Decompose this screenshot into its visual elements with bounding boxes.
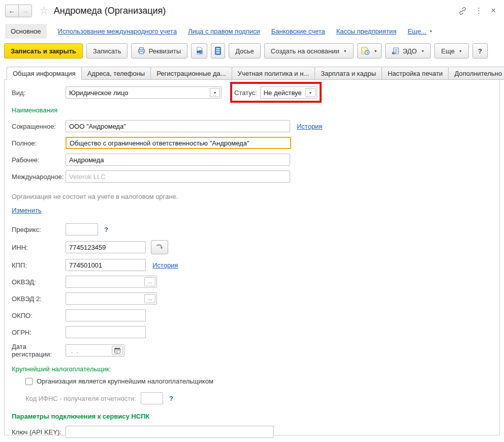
registration-date-label: Дата регистрации: <box>12 343 66 358</box>
requisites-label: Реквизиты <box>148 47 181 55</box>
command-toolbar: Записать и закрыть Записать Реквизиты <box>0 41 504 61</box>
ogrn-label: ОГРН: <box>12 329 66 336</box>
tab-print-settings[interactable]: Настройка печати <box>382 67 449 80</box>
more-menu-icon[interactable]: ⋮ <box>475 6 483 15</box>
kpp-label: КПП: <box>12 261 66 269</box>
largest-taxpayer-checkbox-label[interactable]: Организация является крупнейшим налогопл… <box>37 377 213 385</box>
nav-item-bank-accounts[interactable]: Банковские счета <box>271 27 325 35</box>
page-title: Андромеда (Организация) <box>54 6 166 16</box>
create-based-on-button[interactable]: Создать на основании ▼ <box>264 43 354 58</box>
short-name-label: Сокращенное: <box>12 123 66 130</box>
save-and-close-label: Записать и закрыть <box>11 47 76 55</box>
working-name-label: Рабочее: <box>12 156 66 164</box>
okved-input[interactable] <box>66 276 143 287</box>
requisites-button[interactable]: Реквизиты <box>131 43 187 58</box>
edo-button[interactable]: ЭДО ▼ <box>385 43 431 58</box>
kind-label: Вид: <box>12 89 66 97</box>
fill-by-inn-button[interactable] <box>151 240 168 254</box>
chevron-down-icon: ▼ <box>343 49 347 53</box>
kind-dropdown-button[interactable]: ▼ <box>210 88 220 97</box>
tab-accounting-policy[interactable]: Учетная политика и н... <box>232 67 316 80</box>
ifns-code-help-icon[interactable]: ? <box>169 395 173 402</box>
curved-arrow-icon <box>155 244 164 251</box>
edo-exchange-icon <box>392 47 400 55</box>
ogrn-input[interactable] <box>66 326 146 338</box>
okved2-input[interactable] <box>66 293 143 304</box>
help-button[interactable]: ? <box>472 43 488 58</box>
calendar-button[interactable] <box>112 346 123 355</box>
tab-payroll-hr[interactable]: Зарплата и кадры <box>314 67 382 80</box>
nav-item-international-accounting[interactable]: Использование международного учета <box>58 27 177 35</box>
change-tax-registration-link[interactable]: Изменить <box>12 207 42 214</box>
file-import-icon <box>195 47 203 55</box>
okved-choose-button[interactable]: ... <box>144 277 155 286</box>
tab-registration-data[interactable]: Регистрационные да... <box>150 67 232 80</box>
edo-label: ЭДО <box>403 47 417 55</box>
forward-button[interactable]: → <box>18 5 32 17</box>
prefix-label: Префикс: <box>12 226 66 233</box>
prefix-input[interactable] <box>66 223 98 235</box>
favorite-star-icon[interactable]: ☆ <box>39 5 49 17</box>
chevron-down-icon: ▼ <box>308 91 312 95</box>
nav-item-main[interactable]: Основное <box>5 24 47 39</box>
tab-addresses[interactable]: Адреса, телефоны <box>81 67 151 80</box>
organization-card-window: ← → ☆ Андромеда (Организация) ⋮ × Основн… <box>0 0 504 442</box>
okved2-label: ОКВЭД 2: <box>12 295 66 303</box>
tab-additional[interactable]: Дополнительно <box>448 67 504 80</box>
api-key-label: Ключ (API KEY): <box>12 428 66 436</box>
names-section-header: Наименования <box>12 106 492 114</box>
printer-icon <box>138 47 145 54</box>
nav-item-cash-desks[interactable]: Кассы предприятия <box>336 27 396 35</box>
tab-general-info[interactable]: Общая информация <box>7 67 82 80</box>
kind-combobox: ▼ <box>66 86 222 99</box>
okved2-choose-button[interactable]: ... <box>144 294 155 303</box>
save-button[interactable]: Записать <box>86 43 128 58</box>
scheduled-doc-button[interactable]: ▼ <box>357 43 382 58</box>
create-based-on-label: Создать на основании <box>271 47 339 55</box>
get-link-icon[interactable] <box>458 7 467 15</box>
more-label: Еще <box>441 47 454 55</box>
chevron-down-icon: ▼ <box>429 30 432 33</box>
api-key-input[interactable] <box>66 426 274 438</box>
prefix-help-icon[interactable]: ? <box>104 226 108 233</box>
history-nav-buttons: ← → <box>5 5 32 17</box>
nav-item-signing-persons[interactable]: Лица с правом подписи <box>188 27 260 35</box>
register-records-button[interactable] <box>211 43 225 58</box>
close-icon[interactable]: × <box>491 6 496 16</box>
back-button[interactable]: ← <box>5 5 19 17</box>
tab-strip: Общая информация Адреса, телефоны Регист… <box>4 67 500 80</box>
international-name-input[interactable] <box>66 170 290 183</box>
okpo-input[interactable] <box>66 309 146 321</box>
save-and-close-button[interactable]: Записать и закрыть <box>4 43 83 58</box>
status-input[interactable] <box>261 87 304 98</box>
dossier-label: Досье <box>235 47 254 55</box>
largest-taxpayer-checkbox[interactable] <box>25 378 33 385</box>
kpp-history-link[interactable]: История <box>152 261 178 269</box>
registration-date-input[interactable] <box>66 345 111 356</box>
inn-input[interactable] <box>66 241 146 253</box>
more-button[interactable]: Еще ▼ <box>434 43 468 58</box>
status-label: Статус: <box>234 89 257 97</box>
dossier-button[interactable]: Досье <box>229 43 261 58</box>
nav-more-menu[interactable]: Еще... ▼ <box>407 27 432 35</box>
short-name-history-link[interactable]: История <box>297 123 322 130</box>
international-name-label: Международное: <box>12 173 66 181</box>
nav-more-label: Еще... <box>407 27 426 35</box>
status-group: Статус: ▼ <box>234 86 317 99</box>
load-file-button[interactable] <box>191 43 207 58</box>
short-name-input[interactable] <box>66 120 290 132</box>
working-name-input[interactable] <box>66 154 290 166</box>
chevron-down-icon: ▼ <box>213 91 217 95</box>
forward-arrow-icon: → <box>22 7 29 15</box>
save-label: Записать <box>93 47 121 55</box>
kind-input[interactable] <box>66 87 209 98</box>
status-dropdown-button[interactable]: ▼ <box>305 88 316 97</box>
kpp-input[interactable] <box>66 259 146 271</box>
full-name-input[interactable] <box>66 137 291 149</box>
okpo-label: ОКПО: <box>12 312 66 319</box>
largest-taxpayer-header: Крупнейший налогоплательщик: <box>12 365 492 373</box>
ifns-code-input[interactable] <box>141 392 163 404</box>
document-clock-icon <box>361 47 370 55</box>
chevron-down-icon: ▼ <box>374 49 377 53</box>
help-label: ? <box>478 47 482 55</box>
